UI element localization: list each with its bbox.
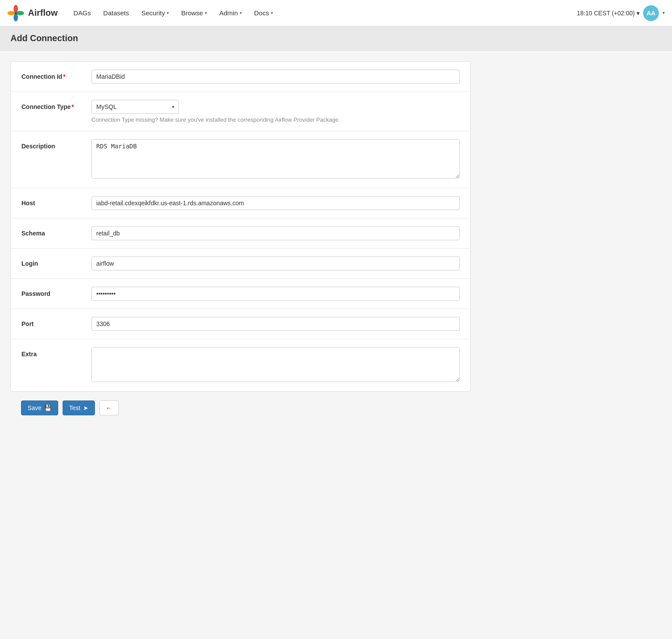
time-caret-icon: ▾ — [637, 10, 640, 17]
schema-row: Schema — [11, 218, 470, 249]
back-button[interactable]: ← — [99, 400, 119, 415]
schema-input[interactable] — [91, 226, 460, 240]
port-label: Port — [21, 317, 91, 327]
nav-avatar[interactable]: AA — [643, 5, 659, 21]
login-input[interactable] — [91, 256, 460, 270]
login-label: Login — [21, 256, 91, 267]
schema-field — [91, 226, 460, 240]
avatar-caret-icon: ▾ — [662, 10, 665, 16]
host-row: Host — [11, 188, 470, 218]
save-icon: 💾 — [44, 404, 52, 411]
nav-logo[interactable]: Airflow — [7, 4, 58, 22]
description-input[interactable] — [91, 139, 460, 179]
admin-caret-icon: ▾ — [240, 11, 242, 15]
nav-admin[interactable]: Admin ▾ — [214, 6, 247, 20]
nav-right: 18:10 CEST (+02:00) ▾ AA ▾ — [577, 5, 665, 21]
port-row: Port — [11, 309, 470, 339]
description-label: Description — [21, 139, 91, 150]
host-label: Host — [21, 196, 91, 207]
port-field — [91, 317, 460, 331]
connection-type-select-wrapper: MySQL HTTP FTP SFTP Postgres SQLite AWS … — [91, 100, 179, 114]
connection-id-row: Connection Id* — [11, 62, 470, 92]
extra-input[interactable] — [91, 347, 460, 382]
login-row: Login — [11, 249, 470, 279]
save-button[interactable]: Save 💾 — [21, 400, 58, 415]
password-label: Password — [21, 287, 91, 297]
connection-type-row: Connection Type* MySQL HTTP FTP SFTP Pos… — [11, 92, 470, 131]
description-field — [91, 139, 460, 180]
connection-type-label: Connection Type* — [21, 100, 91, 110]
nav-dags[interactable]: DAGs — [68, 6, 96, 20]
test-icon: ➤ — [83, 404, 88, 411]
connection-type-field: MySQL HTTP FTP SFTP Postgres SQLite AWS … — [91, 100, 460, 123]
form-footer: Save 💾 Test ➤ ← — [10, 392, 471, 424]
svg-point-2 — [16, 11, 24, 15]
login-field — [91, 256, 460, 270]
add-connection-form: Connection Id* Connection Type* MySQL HT… — [10, 61, 471, 392]
port-input[interactable] — [91, 317, 460, 331]
host-field — [91, 196, 460, 210]
svg-point-4 — [7, 11, 15, 15]
connection-type-select[interactable]: MySQL HTTP FTP SFTP Postgres SQLite AWS … — [91, 100, 179, 114]
nav-time[interactable]: 18:10 CEST (+02:00) ▾ — [577, 10, 640, 17]
navbar: Airflow DAGs Datasets Security ▾ Browse … — [0, 0, 672, 26]
docs-caret-icon: ▾ — [271, 11, 273, 15]
nav-datasets[interactable]: Datasets — [98, 6, 134, 20]
nav-browse[interactable]: Browse ▾ — [176, 6, 212, 20]
password-row: Password — [11, 279, 470, 309]
svg-point-1 — [14, 5, 18, 13]
schema-label: Schema — [21, 226, 91, 237]
connection-id-label: Connection Id* — [21, 70, 91, 80]
nav-security[interactable]: Security ▾ — [136, 6, 174, 20]
password-input[interactable] — [91, 287, 460, 301]
security-caret-icon: ▾ — [167, 11, 169, 15]
extra-field — [91, 347, 460, 383]
nav-brand-label: Airflow — [28, 8, 58, 18]
test-button[interactable]: Test ➤ — [63, 400, 95, 415]
page-title: Add Connection — [10, 33, 662, 43]
nav-items: DAGs Datasets Security ▾ Browse ▾ Admin … — [68, 6, 577, 20]
main-content: Connection Id* Connection Type* MySQL HT… — [0, 51, 481, 435]
description-row: Description — [11, 131, 470, 188]
extra-label: Extra — [21, 347, 91, 358]
password-field — [91, 287, 460, 301]
svg-point-5 — [14, 12, 17, 14]
svg-point-3 — [14, 14, 18, 21]
extra-row: Extra — [11, 339, 470, 391]
browse-caret-icon: ▾ — [205, 11, 207, 15]
connection-type-hint: Connection Type missing? Make sure you'v… — [91, 116, 460, 123]
nav-docs[interactable]: Docs ▾ — [249, 6, 278, 20]
connection-id-field — [91, 70, 460, 84]
connection-id-input[interactable] — [91, 70, 460, 84]
page-header: Add Connection — [0, 26, 672, 51]
host-input[interactable] — [91, 196, 460, 210]
